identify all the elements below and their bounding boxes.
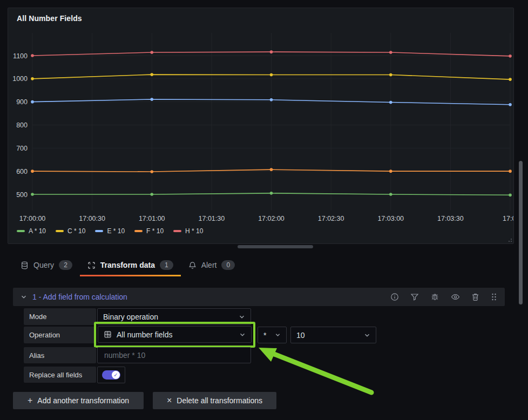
database-icon bbox=[21, 261, 29, 269]
mode-field-label: Mode bbox=[24, 308, 96, 325]
legend-color-chip bbox=[95, 230, 103, 232]
operation-field-label: Operation bbox=[24, 327, 96, 343]
tab-alert-label: Alert bbox=[201, 261, 217, 269]
tab-alert-badge: 0 bbox=[221, 260, 235, 270]
operation-left-select[interactable]: All number fields bbox=[98, 326, 252, 343]
legend-color-chip bbox=[56, 230, 64, 232]
legend-label: H * 10 bbox=[185, 227, 203, 235]
trash-icon[interactable] bbox=[471, 293, 479, 301]
svg-text:1000: 1000 bbox=[12, 75, 28, 83]
delete-transformations-label: Delete all transformations bbox=[177, 396, 262, 405]
legend-item[interactable]: C * 10 bbox=[56, 227, 85, 235]
tab-transform-label: Transform data bbox=[100, 261, 155, 269]
panel-resize-grip[interactable] bbox=[507, 238, 512, 242]
legend-color-chip bbox=[173, 230, 181, 232]
transformation-actions bbox=[390, 293, 497, 301]
svg-text:600: 600 bbox=[16, 168, 28, 175]
toggle-pill: ✓ bbox=[102, 370, 120, 380]
operation-left-value: All number fields bbox=[117, 330, 173, 339]
transformation-title[interactable]: 1 - Add field from calculation bbox=[32, 293, 127, 301]
svg-text:700: 700 bbox=[16, 145, 28, 152]
bell-icon bbox=[188, 261, 197, 269]
operation-right-select[interactable]: 10 bbox=[290, 327, 376, 343]
add-transformation-label: Add another transformation bbox=[37, 396, 129, 405]
replace-all-fields-toggle[interactable]: ✓ bbox=[97, 367, 125, 383]
process-icon bbox=[87, 261, 96, 269]
svg-text:17:00:00: 17:00:00 bbox=[19, 215, 46, 222]
svg-text:900: 900 bbox=[16, 98, 28, 106]
chevron-down-icon bbox=[275, 332, 281, 338]
legend-item[interactable]: F * 10 bbox=[134, 227, 164, 235]
plus-icon: + bbox=[28, 396, 32, 405]
legend-color-chip bbox=[134, 230, 143, 232]
svg-text:17:04:: 17:04: bbox=[503, 215, 513, 222]
tab-query-label: Query bbox=[33, 261, 54, 269]
replace-all-fields-label: Replace all fields bbox=[24, 367, 96, 383]
svg-text:500: 500 bbox=[16, 191, 28, 199]
chevron-down-icon bbox=[239, 314, 245, 320]
bug-icon[interactable] bbox=[430, 293, 439, 301]
eye-icon[interactable] bbox=[451, 293, 460, 301]
legend-label: A * 10 bbox=[29, 227, 46, 235]
timeseries-panel: All Number Fields 17:00:0017:00:3017:01:… bbox=[8, 8, 514, 244]
add-transformation-button[interactable]: + Add another transformation bbox=[13, 392, 144, 409]
chevron-down-icon bbox=[239, 331, 246, 338]
alias-input-wrapper bbox=[97, 347, 251, 363]
alias-input[interactable] bbox=[103, 350, 245, 360]
tab-transform-badge: 1 bbox=[160, 260, 173, 270]
vertical-scrollbar[interactable] bbox=[519, 161, 523, 304]
chevron-down-icon bbox=[364, 332, 370, 338]
tab-query-badge: 2 bbox=[59, 260, 72, 270]
operation-right-value: 10 bbox=[296, 331, 305, 340]
svg-text:17:02:30: 17:02:30 bbox=[318, 215, 344, 222]
legend-item[interactable]: A * 10 bbox=[17, 227, 46, 235]
svg-text:800: 800 bbox=[16, 121, 28, 129]
svg-text:1100: 1100 bbox=[13, 52, 28, 60]
alias-field-label: Alias bbox=[24, 347, 96, 363]
tab-alert[interactable]: Alert 0 bbox=[181, 256, 242, 274]
svg-text:17:03:30: 17:03:30 bbox=[437, 215, 464, 222]
close-icon: × bbox=[167, 396, 172, 405]
horizontal-scrollbar[interactable] bbox=[238, 245, 313, 248]
timeseries-chart[interactable]: 17:00:0017:00:3017:01:0017:01:3017:02:00… bbox=[8, 8, 513, 224]
drag-handle-icon[interactable] bbox=[491, 293, 497, 301]
svg-text:17:01:30: 17:01:30 bbox=[199, 215, 225, 222]
operator-select[interactable]: * bbox=[258, 327, 287, 343]
legend-item[interactable]: H * 10 bbox=[173, 227, 203, 235]
legend-label: C * 10 bbox=[67, 227, 85, 235]
legend-label: F * 10 bbox=[146, 227, 164, 235]
svg-text:17:00:30: 17:00:30 bbox=[79, 215, 105, 222]
svg-text:17:01:00: 17:01:00 bbox=[139, 215, 165, 222]
chevron-down-icon[interactable] bbox=[21, 294, 27, 300]
calculator-icon bbox=[104, 330, 112, 338]
tab-query[interactable]: Query 2 bbox=[13, 256, 80, 274]
svg-text:17:03:00: 17:03:00 bbox=[377, 215, 404, 222]
mode-select-value: Binary operation bbox=[103, 313, 158, 321]
operator-value: * bbox=[263, 331, 266, 340]
delete-transformations-button[interactable]: × Delete all transformations bbox=[153, 392, 276, 409]
toggle-check-icon: ✓ bbox=[112, 371, 120, 379]
filter-icon[interactable] bbox=[410, 293, 419, 301]
legend-label: E * 10 bbox=[107, 227, 125, 235]
svg-text:17:02:00: 17:02:00 bbox=[258, 215, 285, 222]
panel-editor-tabs: Query 2 Transform data 1 Alert 0 bbox=[13, 256, 242, 274]
transformation-header[interactable]: 1 - Add field from calculation bbox=[13, 288, 505, 306]
legend-color-chip bbox=[17, 230, 25, 232]
info-circle-icon[interactable] bbox=[390, 293, 399, 301]
legend-item[interactable]: E * 10 bbox=[95, 227, 125, 235]
chart-legend: A * 10C * 10E * 10F * 10H * 10 bbox=[17, 226, 203, 236]
tab-transform-data[interactable]: Transform data 1 bbox=[80, 256, 181, 274]
